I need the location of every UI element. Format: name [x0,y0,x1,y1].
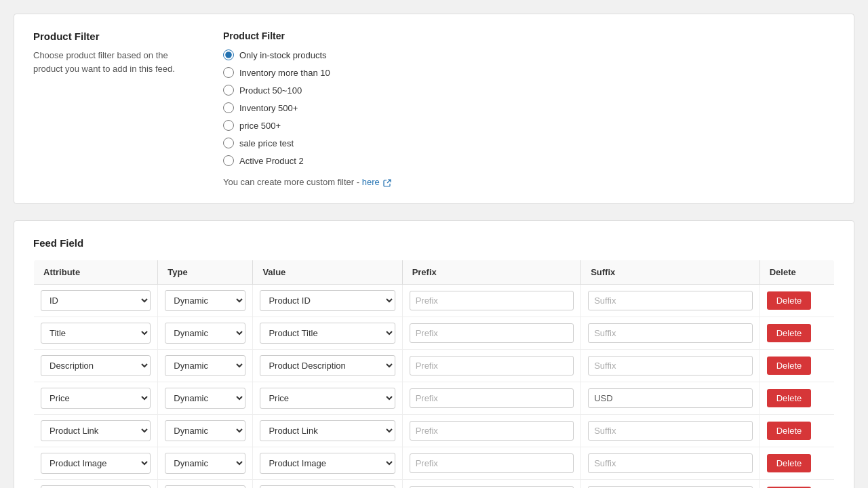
table-header-cell: Suffix [581,260,760,285]
page-wrapper: Product Filter Choose product filter bas… [14,14,854,488]
attribute-select[interactable]: Product Link [41,420,151,441]
radio-label: Inventory more than 10 [239,68,330,78]
type-select[interactable]: Dynamic [165,323,245,344]
filter-right: Product Filter Only in-stock productsInv… [223,30,835,187]
delete-button[interactable]: Delete [767,454,812,472]
prefix-input[interactable] [410,356,574,375]
value-select[interactable]: Product Image [260,453,395,474]
filter-left-title: Product Filter [33,30,196,42]
value-select[interactable]: Product ID [260,290,395,311]
type-select[interactable]: Dynamic [165,355,245,376]
radio-item[interactable]: Product 50~100 [223,85,835,96]
table-header: AttributeTypeValuePrefixSuffixDelete [34,260,835,285]
value-select[interactable]: Product Link [260,420,395,441]
radio-item[interactable]: Inventory 500+ [223,102,835,113]
table-header-cell: Attribute [34,260,158,285]
table-body: IDDynamicProduct IDDeleteTitleDynamicPro… [34,285,835,489]
table-header-cell: Delete [760,260,834,285]
radio-item[interactable]: Active Product 2 [223,155,835,166]
radio-label: Inventory 500+ [239,103,298,113]
prefix-input[interactable] [410,291,574,310]
suffix-input[interactable] [588,356,753,375]
type-select[interactable]: Dynamic [165,388,245,409]
delete-button[interactable]: Delete [767,291,812,310]
attribute-select[interactable]: Price [41,388,151,409]
radio-item[interactable]: Inventory more than 10 [223,67,835,78]
suffix-input[interactable] [588,291,753,310]
feed-field-section: Feed Field AttributeTypeValuePrefixSuffi… [14,220,854,488]
radio-input[interactable] [223,155,234,166]
table-row: Product LinkDynamicProduct LinkDelete [34,415,835,447]
radio-item[interactable]: sale price test [223,138,835,148]
prefix-input[interactable] [410,453,574,473]
filter-left-description: Choose product filter based on the produ… [33,49,196,75]
attribute-select[interactable]: ID [41,290,151,311]
delete-button[interactable]: Delete [767,357,812,375]
radio-group: Only in-stock productsInventory more tha… [223,49,835,166]
radio-label: Product 50~100 [239,85,302,96]
suffix-input[interactable] [588,453,753,473]
radio-item[interactable]: price 500+ [223,120,835,131]
external-link-icon [383,179,391,187]
radio-label: Only in-stock products [239,50,327,60]
radio-input[interactable] [223,49,234,60]
value-select[interactable]: Price [260,388,395,409]
radio-input[interactable] [223,102,234,113]
filter-right-title: Product Filter [223,30,835,41]
table-row: PriceDynamicPriceDelete [34,382,835,415]
delete-button[interactable]: Delete [767,422,812,440]
product-filter-section: Product Filter Choose product filter bas… [14,14,854,204]
feed-field-title: Feed Field [33,237,835,249]
prefix-input[interactable] [410,388,574,408]
radio-label: price 500+ [239,121,281,131]
table-header-cell: Type [158,260,253,285]
prefix-input[interactable] [410,323,574,343]
delete-button[interactable]: Delete [767,324,812,342]
radio-label: sale price test [239,138,294,148]
custom-filter-text: You can create more custom filter - [223,177,359,187]
suffix-input[interactable] [588,421,753,441]
type-select[interactable]: Dynamic [165,485,245,488]
table-row: ConditionDynamicNewDelete [34,480,835,489]
filter-left: Product Filter Choose product filter bas… [33,30,196,187]
table-row: IDDynamicProduct IDDelete [34,285,835,317]
radio-input[interactable] [223,67,234,78]
suffix-input[interactable] [588,388,753,408]
custom-filter-note: You can create more custom filter - here [223,177,835,187]
value-select[interactable]: New [260,485,395,488]
table-row: Product ImageDynamicProduct ImageDelete [34,447,835,480]
type-select[interactable]: Dynamic [165,453,245,474]
table-row: TitleDynamicProduct TitleDelete [34,317,835,350]
here-link[interactable]: here [362,177,392,187]
radio-item[interactable]: Only in-stock products [223,49,835,60]
attribute-select[interactable]: Product Image [41,453,151,474]
type-select[interactable]: Dynamic [165,290,245,311]
suffix-input[interactable] [588,323,753,343]
radio-input[interactable] [223,85,234,96]
type-select[interactable]: Dynamic [165,420,245,441]
attribute-select[interactable]: Title [41,323,151,344]
table-header-cell: Prefix [402,260,581,285]
value-select[interactable]: Product Title [260,323,395,344]
radio-input[interactable] [223,120,234,131]
attribute-select[interactable]: Condition [41,485,151,488]
radio-input[interactable] [223,138,234,148]
attribute-select[interactable]: Description [41,355,151,376]
value-select[interactable]: Product Description [260,355,395,376]
feed-table: AttributeTypeValuePrefixSuffixDelete IDD… [33,260,835,488]
table-header-cell: Value [253,260,402,285]
table-row: DescriptionDynamicProduct DescriptionDel… [34,350,835,382]
radio-label: Active Product 2 [239,156,304,166]
delete-button[interactable]: Delete [767,389,812,407]
prefix-input[interactable] [410,421,574,441]
